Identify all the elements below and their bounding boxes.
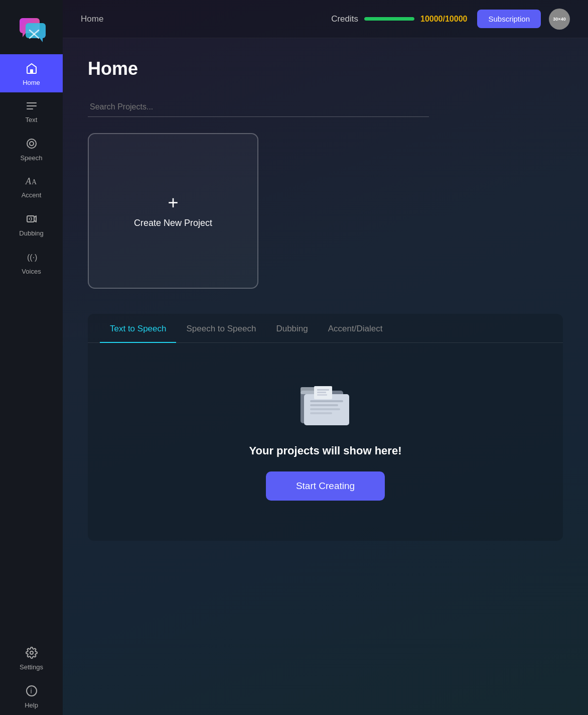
svg-rect-29 — [317, 392, 326, 393]
dubbing-icon — [26, 213, 38, 227]
sidebar-item-text[interactable]: Text — [0, 92, 63, 130]
tabs-content: Your projects will show here! Start Crea… — [88, 343, 563, 541]
credits-label: Credits — [331, 14, 358, 24]
svg-point-12 — [30, 142, 34, 146]
sidebar-item-text-label: Text — [26, 116, 38, 124]
speech-icon — [26, 138, 38, 152]
create-project-label: Create New Project — [134, 218, 212, 228]
text-icon — [26, 100, 38, 113]
search-wrapper — [88, 97, 563, 117]
sidebar-item-voices[interactable]: ((·)) Voices — [0, 243, 63, 281]
sidebar-item-dubbing-label: Dubbing — [19, 229, 43, 237]
sidebar-item-home[interactable]: Home — [0, 54, 63, 92]
svg-text:i: i — [30, 687, 32, 695]
svg-rect-28 — [317, 389, 329, 391]
help-icon: i — [26, 685, 38, 699]
create-project-card[interactable]: + Create New Project — [88, 133, 258, 289]
avatar-initials: 30×40 — [553, 17, 565, 22]
sidebar-item-voices-label: Voices — [22, 268, 41, 275]
header: Home Credits 10000/10000 Subscription 30… — [63, 0, 588, 38]
voices-icon: ((·)) — [26, 251, 38, 265]
page-title: Home — [88, 58, 563, 79]
svg-rect-23 — [310, 400, 343, 402]
settings-icon — [26, 647, 38, 661]
tabs-section: Text to Speech Speech to Speech Dubbing … — [88, 314, 563, 541]
credits-progress-bar — [364, 17, 414, 21]
credits-count: 10000/10000 — [420, 15, 467, 24]
credits-bar-fill — [364, 17, 414, 21]
empty-message: Your projects will show here! — [249, 444, 402, 457]
credits-section: Credits 10000/10000 — [331, 14, 467, 24]
start-creating-button[interactable]: Start Creating — [266, 471, 385, 501]
svg-rect-7 — [30, 69, 33, 73]
folder-illustration — [298, 378, 353, 430]
subscription-button[interactable]: Subscription — [477, 10, 541, 28]
sidebar-item-home-label: Home — [23, 79, 40, 86]
header-nav-title: Home — [81, 14, 103, 24]
svg-rect-25 — [310, 408, 340, 410]
sidebar-item-help-label: Help — [25, 701, 38, 709]
main-content: Home Credits 10000/10000 Subscription 30… — [63, 0, 588, 715]
projects-grid: + Create New Project — [88, 133, 563, 289]
svg-rect-26 — [310, 412, 332, 414]
plus-icon: + — [168, 194, 178, 212]
sidebar-item-settings[interactable]: Settings — [0, 639, 63, 677]
sidebar-item-accent-label: Accent — [22, 191, 42, 199]
svg-rect-30 — [317, 394, 327, 396]
search-input[interactable] — [88, 97, 429, 117]
avatar[interactable]: 30×40 — [549, 9, 570, 30]
tab-accent-dialect[interactable]: Accent/Dialect — [318, 314, 393, 343]
svg-text:A: A — [32, 178, 37, 186]
page-content: Home + Create New Project Text to Speech… — [63, 38, 588, 715]
sidebar-item-speech[interactable]: Speech — [0, 130, 63, 168]
svg-point-11 — [27, 139, 36, 148]
svg-point-17 — [30, 651, 33, 654]
svg-text:A: A — [25, 176, 32, 186]
tabs-bar: Text to Speech Speech to Speech Dubbing … — [88, 314, 563, 343]
home-icon — [26, 62, 38, 76]
tab-speech-to-speech[interactable]: Speech to Speech — [176, 314, 266, 343]
svg-text:((·)): ((·)) — [27, 253, 38, 262]
sidebar-item-speech-label: Speech — [20, 154, 42, 162]
tab-dubbing[interactable]: Dubbing — [266, 314, 318, 343]
logo-area — [0, 0, 63, 54]
sidebar-item-accent[interactable]: A A Accent — [0, 168, 63, 205]
sidebar: Home Text Speech — [0, 0, 63, 715]
nav-bottom: Settings i Help — [0, 639, 63, 715]
sidebar-item-settings-label: Settings — [20, 663, 43, 671]
nav-items: Home Text Speech — [0, 54, 63, 281]
svg-rect-15 — [27, 216, 34, 222]
tab-text-to-speech[interactable]: Text to Speech — [100, 314, 176, 343]
sidebar-item-dubbing[interactable]: Dubbing — [0, 205, 63, 243]
svg-rect-24 — [310, 404, 338, 406]
sidebar-item-help[interactable]: i Help — [0, 677, 63, 715]
accent-icon: A A — [25, 176, 39, 189]
